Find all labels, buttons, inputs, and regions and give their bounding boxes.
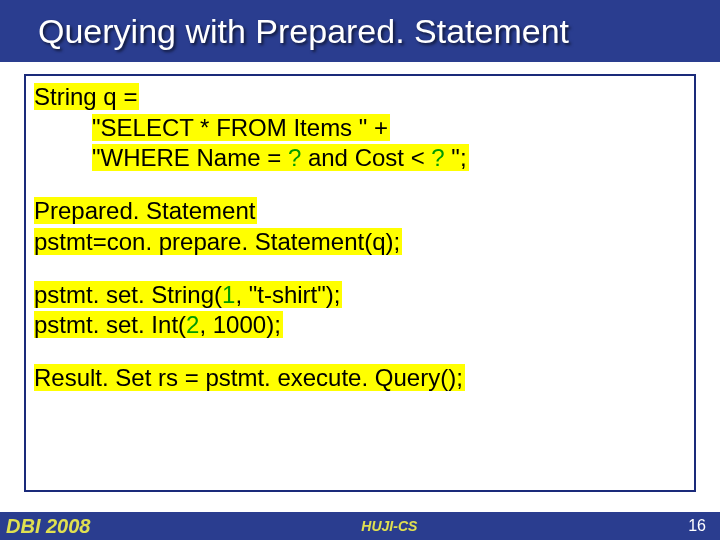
code-line: String q = [34, 83, 139, 110]
code-block-3: pstmt. set. String(1, "t-shirt"); pstmt.… [34, 280, 686, 341]
code-line: "SELECT * FROM Items " + [92, 114, 390, 141]
footer-center: HUJI-CS [91, 518, 689, 534]
title-bar: Querying with Prepared. Statement [0, 0, 720, 62]
code-block-2: Prepared. Statement pstmt=con. prepare. … [34, 196, 686, 257]
slide-title: Querying with Prepared. Statement [38, 12, 569, 51]
slide-number: 16 [688, 517, 720, 535]
code-line: Prepared. Statement [34, 197, 257, 224]
footer: DBI 2008 HUJI-CS 16 [0, 512, 720, 540]
code-line: pstmt. set. Int(2, 1000); [34, 311, 283, 338]
code-block-1: String q = "SELECT * FROM Items " + "WHE… [34, 82, 686, 174]
code-line: "WHERE Name = ? and Cost < ? "; [92, 144, 469, 171]
footer-left: DBI 2008 [0, 515, 91, 538]
code-line: Result. Set rs = pstmt. execute. Query()… [34, 364, 465, 391]
code-line: pstmt. set. String(1, "t-shirt"); [34, 281, 342, 308]
code-block-4: Result. Set rs = pstmt. execute. Query()… [34, 363, 686, 394]
code-box: String q = "SELECT * FROM Items " + "WHE… [24, 74, 696, 492]
code-line: pstmt=con. prepare. Statement(q); [34, 228, 402, 255]
